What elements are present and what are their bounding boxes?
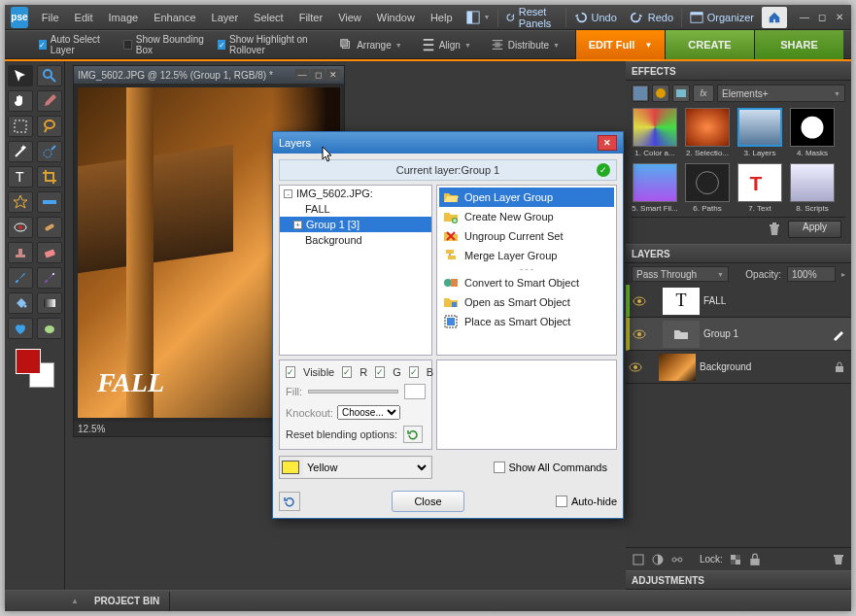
maximize-icon[interactable]: ◻ — [814, 11, 830, 24]
show-bounding-box-checkbox[interactable]: Show Bounding Box — [123, 34, 206, 55]
reset-blending-button[interactable] — [403, 426, 423, 443]
smart-brush-tool[interactable] — [37, 267, 62, 289]
project-bin-tab[interactable]: PROJECT BIN — [85, 592, 170, 611]
effect-thumb-5[interactable] — [633, 163, 677, 202]
lock-pixels-icon[interactable] — [729, 553, 742, 566]
visibility-icon[interactable] — [630, 285, 649, 318]
dialog-close-icon[interactable]: ✕ — [598, 135, 617, 151]
home-icon[interactable] — [762, 7, 787, 28]
distribute-dropdown[interactable]: Distribute▼ — [487, 36, 564, 53]
cmd-create-new-group[interactable]: Create New Group — [439, 207, 614, 226]
effect-thumb-2[interactable] — [685, 108, 730, 147]
effect-thumb-3[interactable] — [737, 108, 782, 147]
autohide-checkbox[interactable] — [556, 496, 567, 507]
r-checkbox[interactable]: ✓ — [342, 366, 352, 378]
effects-photo-icon[interactable] — [672, 85, 690, 102]
marquee-tool[interactable] — [8, 116, 33, 137]
doc-close-icon[interactable]: ✕ — [326, 69, 340, 81]
cookie-cutter-tool[interactable] — [8, 191, 33, 213]
lasso-tool[interactable] — [37, 116, 62, 137]
crop-tool[interactable] — [37, 166, 62, 188]
bucket-tool[interactable] — [8, 292, 33, 314]
effect-thumb-7[interactable]: T — [737, 163, 782, 202]
link-layers-icon[interactable] — [670, 553, 684, 566]
cmd-open-layer-group[interactable]: Open Layer Group — [439, 188, 614, 207]
brush-tool[interactable] — [8, 267, 33, 289]
magic-wand-tool[interactable] — [8, 141, 33, 162]
command-list-extra[interactable] — [436, 359, 617, 450]
menu-edit[interactable]: Edit — [67, 5, 101, 30]
redo-button[interactable]: Redo — [625, 7, 679, 28]
menu-filter[interactable]: Filter — [291, 5, 330, 30]
adjustment-layer-icon[interactable] — [651, 553, 665, 566]
apply-button[interactable]: Apply — [788, 221, 841, 238]
refresh-button[interactable] — [279, 492, 300, 511]
trash-icon[interactable] — [767, 222, 782, 237]
menu-image[interactable]: Image — [101, 5, 147, 30]
layer-row-fall[interactable]: T FALL — [626, 285, 851, 318]
menu-layer[interactable]: Layer — [204, 5, 247, 30]
undo-button[interactable]: Undo — [567, 7, 622, 28]
doc-maximize-icon[interactable]: ◻ — [311, 69, 325, 81]
move-tool[interactable] — [8, 65, 33, 86]
cmd-open-smart[interactable]: Open as Smart Object — [439, 292, 614, 312]
layer-row-background[interactable]: Background — [626, 351, 851, 384]
effect-thumb-6[interactable] — [685, 163, 730, 202]
zoom-tool[interactable] — [37, 65, 62, 86]
color-swatches[interactable] — [16, 349, 54, 388]
new-layer-icon[interactable] — [632, 553, 645, 566]
effect-thumb-1[interactable] — [633, 108, 677, 147]
tree-item-group1[interactable]: +Group 1 [3] — [280, 217, 431, 232]
menu-help[interactable]: Help — [423, 5, 461, 30]
effects-all-icon[interactable]: fx — [693, 85, 714, 102]
tab-share[interactable]: SHARE — [754, 30, 843, 59]
layers-dialog[interactable]: Layers ✕ Current layer: Group 1 ✓ -IMG_5… — [272, 131, 624, 519]
visibility-icon[interactable] — [630, 318, 649, 351]
minimize-icon[interactable]: — — [797, 11, 812, 24]
tree-item-fall[interactable]: FALL — [280, 201, 431, 217]
layer-tree[interactable]: -IMG_5602.JPG: FALL +Group 1 [3] Backgro… — [279, 185, 432, 356]
opacity-input[interactable]: 100% — [787, 266, 836, 282]
cmd-ungroup[interactable]: Ungroup Current Set — [439, 226, 614, 246]
effects-panel-header[interactable]: EFFECTS — [626, 61, 851, 81]
menu-view[interactable]: View — [330, 5, 369, 30]
eraser-tool[interactable] — [37, 242, 62, 263]
selection-brush-tool[interactable] — [37, 141, 62, 162]
gradient-tool[interactable] — [37, 292, 62, 314]
organizer-button[interactable]: Organizer — [684, 7, 760, 28]
stamp-tool[interactable] — [8, 242, 33, 263]
tab-create[interactable]: CREATE — [665, 30, 754, 59]
fill-slider[interactable] — [308, 390, 398, 394]
effect-thumb-8[interactable] — [790, 163, 835, 202]
layers-panel-header[interactable]: LAYERS — [626, 244, 851, 263]
g-checkbox[interactable]: ✓ — [375, 366, 385, 378]
effects-category-dropdown[interactable]: Elements+▼ — [717, 85, 845, 102]
close-button[interactable]: Close — [392, 491, 463, 512]
fill-value[interactable] — [404, 384, 426, 399]
cmd-convert-smart[interactable]: Convert to Smart Object — [439, 273, 614, 292]
cmd-place-smart[interactable]: Place as Smart Object — [439, 312, 614, 331]
tree-item-background[interactable]: Background — [280, 232, 431, 248]
redeye-tool[interactable] — [8, 217, 33, 238]
sponge-tool[interactable] — [37, 318, 62, 339]
knockout-dropdown[interactable]: Choose... — [337, 405, 400, 420]
straighten-tool[interactable] — [37, 191, 62, 213]
layout-toggle-icon[interactable]: ▼ — [461, 7, 496, 28]
tree-item-root[interactable]: -IMG_5602.JPG: — [280, 186, 431, 201]
lock-all-icon[interactable] — [748, 553, 762, 566]
tab-edit[interactable]: EDIT Full▼ — [575, 30, 665, 59]
cmd-merge-group[interactable]: Merge Layer Group — [439, 246, 614, 265]
b-checkbox[interactable]: ✓ — [409, 366, 419, 378]
doc-minimize-icon[interactable]: — — [295, 69, 309, 81]
document-titlebar[interactable]: IMG_5602.JPG @ 12.5% (Group 1, RGB/8) * … — [74, 66, 344, 84]
color-swatch[interactable] — [282, 461, 299, 474]
delete-layer-icon[interactable] — [832, 553, 845, 566]
align-dropdown[interactable]: Align▼ — [418, 36, 475, 53]
close-icon[interactable]: ✕ — [832, 11, 847, 24]
shape-tool[interactable] — [8, 318, 33, 339]
command-list[interactable]: Open Layer Group Create New Group Ungrou… — [436, 185, 617, 356]
show-highlight-checkbox[interactable]: ✓Show Highlight on Rollover — [218, 34, 324, 55]
menu-file[interactable]: File — [34, 5, 67, 30]
menu-enhance[interactable]: Enhance — [146, 5, 203, 30]
effects-styles-icon[interactable] — [652, 85, 669, 102]
